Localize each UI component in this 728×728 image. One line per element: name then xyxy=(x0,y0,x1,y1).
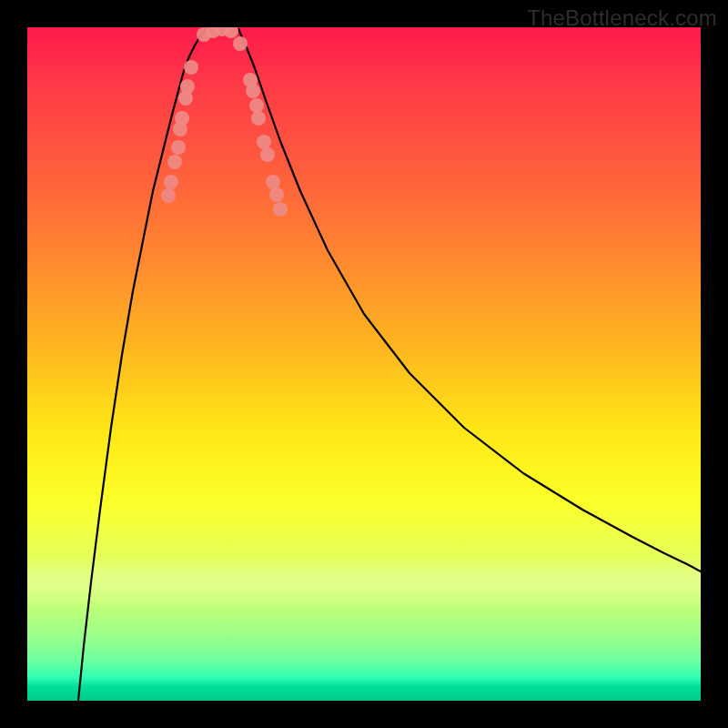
data-dot xyxy=(246,84,260,98)
data-dot xyxy=(257,135,271,149)
data-dot xyxy=(260,147,275,162)
data-dot xyxy=(171,140,186,155)
chart-svg xyxy=(27,27,701,701)
chart-plot-area xyxy=(27,27,701,701)
data-dot xyxy=(167,155,182,169)
data-dot xyxy=(184,60,198,75)
data-dot xyxy=(266,175,280,189)
data-dot xyxy=(273,202,288,217)
data-dot xyxy=(251,111,266,126)
curve-right-curve xyxy=(238,29,701,571)
data-markers-layer xyxy=(161,27,288,217)
data-dot xyxy=(164,175,178,189)
data-dot xyxy=(175,111,189,126)
data-dot xyxy=(224,27,238,38)
data-dot xyxy=(269,187,284,202)
watermark-text: TheBottleneck.com xyxy=(527,5,717,31)
data-dot xyxy=(161,188,176,203)
curves-layer xyxy=(78,29,701,701)
data-dot xyxy=(249,98,264,113)
data-dot xyxy=(180,79,195,94)
data-dot xyxy=(233,36,248,51)
